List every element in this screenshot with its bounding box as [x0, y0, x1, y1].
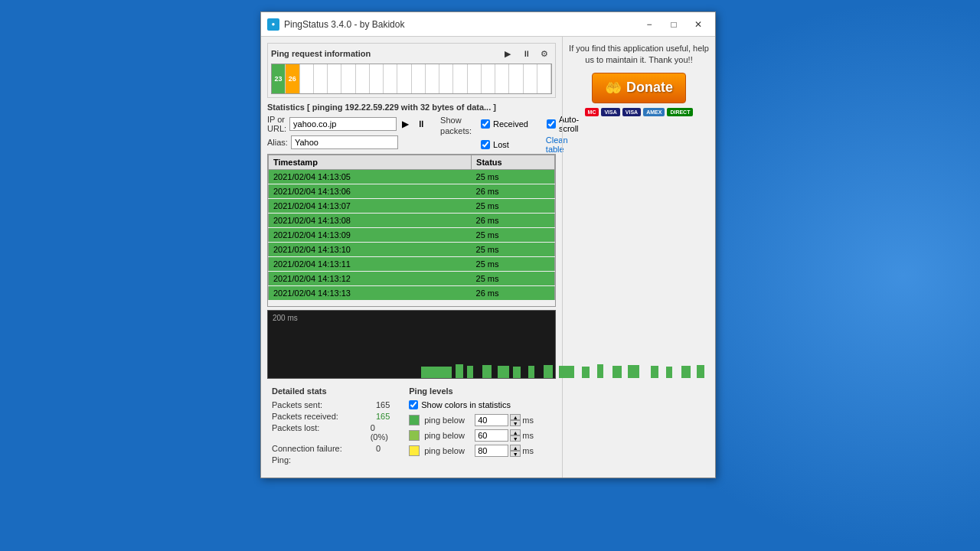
log-table: Timestamp Status 2021/02/04 14:13:0525 m… [268, 155, 555, 301]
svg-rect-6 [528, 366, 534, 378]
payment-icons: MC VISA VISA AMEX DIRECT [585, 108, 694, 116]
svg-rect-5 [513, 367, 521, 378]
stat-label: Ping: [272, 455, 371, 465]
statistics-section: Statistics [ pinging 192.22.59.229 with … [267, 103, 556, 379]
stat-label: Packets received: [272, 412, 371, 421]
main-window: PingStatus 3.4.0 - by Bakidok − □ ✕ Ping… [260, 11, 716, 478]
cell-timestamp: 2021/02/04 14:13:08 [269, 214, 472, 228]
ping-cell-1: 23 [272, 64, 286, 93]
title-bar-left: PingStatus 3.4.0 - by Bakidok [267, 18, 404, 31]
ip-pause-button[interactable]: ⏸ [414, 119, 428, 129]
stat-row: Packets lost:0 (0%) [272, 423, 394, 442]
svg-rect-11 [612, 366, 622, 378]
cell-timestamp: 2021/02/04 14:13:11 [269, 257, 472, 272]
restore-button[interactable]: □ [663, 17, 684, 32]
table-row: 2021/02/04 14:13:1225 ms [269, 272, 555, 286]
play-button[interactable]: ▶ [500, 47, 515, 60]
show-packets-label: Show packets: [440, 116, 472, 135]
ping-cell-4 [314, 64, 328, 93]
ping-cell-9 [384, 64, 397, 93]
ping-cell-10 [397, 64, 411, 93]
amex-icon: AMEX [643, 108, 665, 116]
detailed-stats: Detailed stats Packets sent:165Packets r… [267, 382, 398, 471]
level-value-input[interactable] [475, 429, 508, 442]
svg-rect-4 [498, 366, 509, 378]
ping-cell-14 [453, 64, 467, 93]
ping-request-section: Ping request information ▶ ⏸ ⚙ 23 26 [267, 43, 556, 98]
level-row: ping below▲▼ms [409, 429, 551, 442]
ms-label: ms [522, 416, 534, 425]
donate-button[interactable]: 🤲 Donate [592, 73, 686, 103]
level-value-input[interactable] [475, 445, 508, 457]
svg-rect-13 [651, 366, 658, 378]
ping-cell-7 [356, 64, 370, 93]
ping-cell-17 [495, 64, 509, 93]
svg-rect-2 [467, 366, 473, 378]
table-row: 2021/02/04 14:13:0826 ms [269, 214, 555, 228]
cell-status: 25 ms [472, 228, 555, 243]
ping-cell-12 [426, 64, 439, 93]
show-colors-label: Show colors in statistics [421, 400, 511, 409]
cell-timestamp: 2021/02/04 14:13:09 [269, 228, 472, 243]
auto-scroll-checkbox[interactable] [547, 119, 556, 129]
main-content: Ping request information ▶ ⏸ ⚙ 23 26 [261, 37, 715, 478]
pause-button[interactable]: ⏸ [518, 47, 534, 60]
log-table-wrapper[interactable]: Timestamp Status 2021/02/04 14:13:0525 m… [267, 154, 556, 307]
spinner-up[interactable]: ▲ [510, 429, 521, 435]
stat-value: 165 [376, 400, 390, 409]
level-rows: ping below▲▼msping below▲▼msping below▲▼… [409, 414, 551, 457]
stat-row: Packets sent:165 [272, 400, 394, 409]
spinner-up[interactable]: ▲ [510, 445, 521, 451]
level-row: ping below▲▼ms [409, 445, 551, 457]
ms-label: ms [522, 431, 534, 440]
spinner-up[interactable]: ▲ [510, 414, 521, 420]
title-bar: PingStatus 3.4.0 - by Bakidok − □ ✕ [261, 12, 715, 37]
stat-label: Connection failure: [272, 444, 371, 453]
received-checkbox[interactable] [481, 119, 490, 129]
alias-input[interactable] [291, 135, 398, 149]
close-button[interactable]: ✕ [688, 17, 709, 32]
received-label: Received [493, 119, 528, 129]
settings-button[interactable]: ⚙ [537, 47, 552, 60]
lost-checkbox[interactable] [481, 140, 490, 149]
ping-cell-11 [412, 64, 426, 93]
donate-hand-icon: 🤲 [605, 80, 622, 96]
level-value-input[interactable] [475, 414, 508, 426]
stat-row: Ping: [272, 455, 394, 465]
stat-value: 0 (0%) [371, 423, 394, 442]
ping-cell-6 [341, 64, 355, 93]
level-row: ping below▲▼ms [409, 414, 551, 426]
show-colors-row: Show colors in statistics [409, 400, 551, 409]
svg-rect-1 [456, 364, 463, 378]
cell-status: 25 ms [472, 257, 555, 272]
direct-icon: DIRECT [667, 108, 693, 116]
cell-status: 26 ms [472, 214, 555, 228]
visa-icon-2: VISA [622, 108, 641, 116]
level-input-wrapper: ▲▼ms [475, 414, 534, 426]
spinner-down[interactable]: ▼ [510, 420, 521, 426]
ip-alias-form: IP or URL: ▶ ⏸ Alias: [267, 115, 428, 152]
svg-rect-0 [421, 367, 452, 378]
ping-levels-title: Ping levels [409, 386, 551, 396]
show-colors-checkbox[interactable] [409, 400, 418, 409]
level-label: ping below [424, 446, 470, 455]
stat-label: Packets lost: [272, 423, 366, 442]
level-label: ping below [424, 416, 470, 425]
ping-timeline: 23 26 [271, 64, 552, 94]
stats-rows: Packets sent:165Packets received:165Pack… [272, 400, 394, 465]
chart-y-label: 200 ms [273, 314, 298, 322]
table-row: 2021/02/04 14:13:1125 ms [269, 257, 555, 272]
spinner-down[interactable]: ▼ [510, 435, 521, 442]
spinner-down[interactable]: ▼ [510, 451, 521, 457]
cell-status: 25 ms [472, 199, 555, 214]
svg-rect-10 [597, 364, 603, 378]
title-controls: − □ ✕ [639, 17, 709, 32]
show-packets-area: Show packets: [440, 115, 475, 136]
cell-timestamp: 2021/02/04 14:13:05 [269, 170, 472, 184]
svg-rect-15 [681, 366, 691, 378]
minimize-button[interactable]: − [639, 17, 660, 32]
ip-input[interactable] [289, 117, 397, 131]
ip-play-button[interactable]: ▶ [400, 119, 411, 129]
level-input-wrapper: ▲▼ms [475, 429, 534, 442]
ping-cell-15 [468, 64, 482, 93]
